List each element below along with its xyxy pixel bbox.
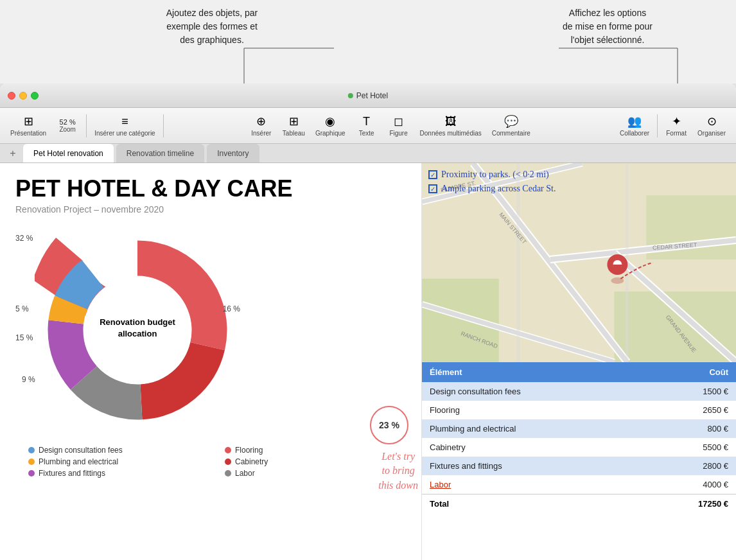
toolbar-commentaire[interactable]: 💬 Commentaire: [487, 112, 536, 139]
toolbar-collaborer[interactable]: 👥 Collaborer: [615, 112, 654, 139]
slide-area: PET HOTEL & DAY CARE Renovation Project …: [0, 163, 421, 560]
slide-title: PET HOTEL & DAY CARE: [15, 176, 406, 202]
pct-16: 16 %: [223, 304, 240, 313]
toolbar-divider-3: [657, 114, 658, 137]
graphique-icon: ◉: [325, 114, 335, 128]
toolbar-figure[interactable]: ◻ Figure: [383, 112, 415, 139]
window-title: Pet Hotel: [348, 91, 388, 100]
figure-icon: ◻: [394, 114, 403, 128]
legend-dot-fixtures: [28, 470, 35, 477]
collaborer-icon: 👥: [627, 114, 642, 128]
svg-text:Renovation budget: Renovation budget: [100, 317, 175, 327]
table-cell-item: Plumbing and electrical: [422, 419, 642, 438]
title-dot: [348, 93, 353, 98]
toolbar-tableau[interactable]: ⊞ Tableau: [277, 112, 310, 139]
table-area: Élément Coût Design consultation fees150…: [422, 362, 736, 560]
tab-renovation-timeline[interactable]: Renovation timeline: [116, 144, 204, 162]
table-cell-cost: 800 €: [642, 419, 736, 438]
données-icon: 🖼: [445, 115, 457, 128]
toolbar-organiser[interactable]: ⊙ Organiser: [692, 112, 731, 139]
svg-rect-14: [422, 279, 499, 362]
toolbar: ⊞ Présentation 52 % Zoom ≡ Insérer une c…: [0, 108, 736, 144]
table-row: Cabinetry5500 €: [422, 438, 736, 457]
maximize-button[interactable]: [31, 92, 39, 100]
tooltip-area: Ajoutez des objets, par exemple des form…: [0, 0, 736, 83]
tab-inventory[interactable]: Inventory: [207, 144, 259, 162]
pct-5: 5 %: [15, 304, 29, 313]
tooltip-left: Ajoutez des objets, par exemple des form…: [141, 6, 283, 47]
map-annotations: ✓ Proximity to parks. (< 0·2 mi) ✓ Ample…: [428, 170, 556, 198]
legend-item-design: Design consultation fees: [28, 446, 209, 455]
pct-9: 9 %: [22, 375, 35, 384]
close-button[interactable]: [8, 92, 15, 100]
map-area: FILMORE ST. MAIN STREET CEDAR STREET RAN…: [422, 163, 736, 362]
commentaire-icon: 💬: [504, 114, 518, 128]
table-row: Fixtures and fittings2800 €: [422, 457, 736, 475]
table-cell-cost: 2650 €: [642, 401, 736, 419]
toolbar-format[interactable]: ✦ Format: [660, 112, 692, 139]
table-row: Labor4000 €: [422, 475, 736, 494]
toolbar-zoom[interactable]: 52 % Zoom: [51, 116, 83, 136]
table-cell-cost: 5500 €: [642, 438, 736, 457]
tooltip-right: Affichez les options de mise en forme po…: [530, 6, 685, 47]
hw-line-1: ✓ Proximity to parks. (< 0·2 mi): [428, 170, 556, 180]
table-total-label: Total: [422, 494, 642, 514]
table-cell-cost: 4000 €: [642, 475, 736, 494]
table-cell-item: Labor: [422, 475, 642, 494]
table-row: Flooring2650 €: [422, 401, 736, 419]
slide-subtitle: Renovation Project – novembre 2020: [15, 204, 406, 214]
table-row: Design consultation fees1500 €: [422, 382, 736, 401]
table-header-cost: Coût: [642, 362, 736, 382]
svg-text:allocation: allocation: [118, 329, 157, 338]
legend-dot-design: [28, 447, 35, 453]
table-cell-item: Cabinetry: [422, 438, 642, 457]
donut-chart: Renovation budget allocation: [35, 227, 240, 433]
annotation-circle: 23 %: [370, 406, 408, 444]
table-cell-item: Fixtures and fittings: [422, 457, 642, 475]
organiser-icon: ⊙: [707, 114, 717, 128]
table-header-element: Élément: [422, 362, 642, 382]
main-content: PET HOTEL & DAY CARE Renovation Project …: [0, 163, 736, 560]
keynote-window: Pet Hotel ⊞ Présentation 52 % Zoom ≡ Ins…: [0, 83, 736, 560]
toolbar-divider-1: [86, 114, 87, 137]
table-row: Plumbing and electrical800 €: [422, 419, 736, 438]
pct-32: 32 %: [15, 234, 33, 243]
chart-container: 32 % 5 % 15 % 9 % 16 %: [15, 227, 247, 435]
minimize-button[interactable]: [19, 92, 27, 100]
toolbar-insert-category[interactable]: ≡ Insérer une catégorie: [89, 112, 161, 139]
presentation-icon: ⊞: [24, 114, 33, 128]
table-cell-cost: 2800 €: [642, 457, 736, 475]
toolbar-données[interactable]: 🖼 Données multimédias: [415, 112, 487, 139]
table-total-value: 17250 €: [642, 494, 736, 514]
legend-dot-plumbing: [28, 459, 35, 465]
tab-pet-hotel-renovation[interactable]: Pet Hotel renovation: [23, 144, 114, 162]
tabs-bar: + Pet Hotel renovation Renovation timeli…: [0, 144, 736, 163]
annotation-text: Let's tryto bringthis down: [378, 450, 418, 493]
table-cell-item: Flooring: [422, 401, 642, 419]
traffic-lights: [8, 92, 39, 100]
legend-dot-cabinetry: [225, 459, 231, 465]
table-cell-item: Design consultation fees: [422, 382, 642, 401]
legend-dot-labor: [225, 470, 231, 477]
toolbar-presentation[interactable]: ⊞ Présentation: [5, 112, 51, 139]
texte-icon: T: [363, 115, 370, 128]
toolbar-divider-2: [163, 114, 164, 137]
toolbar-insérer[interactable]: ⊕ Insérer: [245, 112, 277, 139]
svg-point-34: [611, 277, 624, 284]
tableau-icon: ⊞: [289, 114, 299, 128]
insérer-icon: ⊕: [256, 114, 266, 128]
legend-item-plumbing: Plumbing and electrical: [28, 457, 209, 466]
chart-legend: Design consultation fees Flooring Plumbi…: [15, 446, 406, 478]
pct-15: 15 %: [15, 333, 33, 342]
insert-category-icon: ≡: [121, 115, 128, 128]
right-panel: FILMORE ST. MAIN STREET CEDAR STREET RAN…: [421, 163, 736, 560]
hw-line-2: ✓ Ample parking across Cedar St.: [428, 184, 556, 194]
titlebar: Pet Hotel: [0, 83, 736, 108]
toolbar-texte[interactable]: T Texte: [351, 112, 383, 139]
toolbar-graphique[interactable]: ◉ Graphique: [310, 112, 351, 139]
legend-item-fixtures: Fixtures and fittings: [28, 469, 209, 478]
add-tab-button[interactable]: +: [5, 144, 21, 162]
budget-table: Élément Coût Design consultation fees150…: [422, 362, 736, 513]
hw-checkbox-2: ✓: [428, 184, 437, 193]
legend-dot-flooring: [225, 447, 231, 453]
